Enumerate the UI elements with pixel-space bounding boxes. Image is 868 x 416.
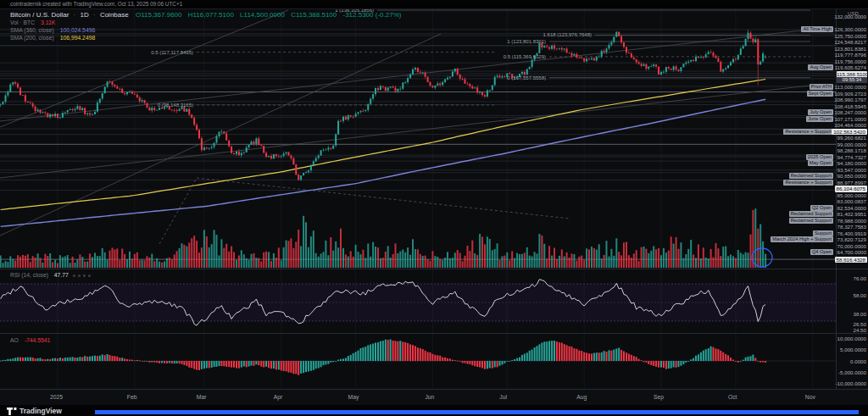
price-scale-label: 94,180.0000 xyxy=(837,160,866,166)
tradingview-logo-icon xyxy=(7,408,17,415)
exchange-label[interactable]: Coinbase xyxy=(100,11,129,19)
month-label: Jul xyxy=(499,394,507,400)
price-scale-label: 109,909.2723 xyxy=(834,91,866,97)
price-scale-label: 99,000.0000 xyxy=(837,141,866,147)
ao-scale-tick: -5,000.0000 xyxy=(838,369,866,375)
month-label: 2025 xyxy=(50,394,63,400)
price-scale-label: 88,977.8997 xyxy=(837,180,866,186)
ohlc-low: L114,500.0000 xyxy=(240,11,285,19)
rsi-value: 47.77 xyxy=(54,272,69,278)
price-scale-label: 98,288.1718 xyxy=(837,147,866,153)
ao-scale-tick: 5,000.0000 xyxy=(840,347,866,352)
ao-pane[interactable] xyxy=(0,334,836,389)
ao-scale-tick: 0.0000 xyxy=(850,358,866,364)
brand-text: TradingView xyxy=(19,407,62,415)
ao-legend-row[interactable]: AO -744.5541 xyxy=(10,337,50,344)
ao-value: -744.5541 xyxy=(25,337,51,343)
change-value: -312.5300 (-0.27%) xyxy=(342,11,401,19)
price-scale-label: 123,801.8381 xyxy=(834,46,866,52)
main-price-pane[interactable] xyxy=(0,8,836,269)
month-label: Apr xyxy=(274,394,283,400)
price-scale-label: 113,000.0000 xyxy=(835,84,866,90)
rsi-setting-dot-icon[interactable] xyxy=(73,275,75,277)
sma360-label: SMA (360, close) xyxy=(10,27,54,33)
price-scale-label: 126,300.0000 xyxy=(834,26,866,32)
price-scale-label: 99,260.6821 xyxy=(837,135,866,141)
price-scale-label: 119,605.6274 xyxy=(835,64,866,70)
price-scale-label: 108,247.0000 xyxy=(834,109,866,115)
price-scale-label: 78,988.0000 xyxy=(837,218,866,224)
month-label: Aug xyxy=(576,394,587,400)
sma200-legend-row[interactable]: SMA (200, close) 106,994.2498 xyxy=(10,35,401,42)
price-scale-label: 108,418.5945 xyxy=(834,103,866,109)
legend-separator: · xyxy=(93,11,96,19)
footer-bar: TradingView xyxy=(0,405,868,416)
pane-separator[interactable] xyxy=(0,333,868,334)
volume-legend-row[interactable]: Vol · BTC 3.11K xyxy=(10,19,401,26)
interval-label[interactable]: 1D xyxy=(81,11,89,19)
last-price-value: 115,388.5100 xyxy=(837,71,867,78)
volume-value: 3.11K xyxy=(41,19,55,25)
pane-separator xyxy=(0,8,868,9)
bar-close-countdown: 09:55:34 xyxy=(837,77,867,83)
chart-legend: Bitcoin / U.S. Dollar · 1D · Coinbase O1… xyxy=(10,11,401,42)
rsi-setting-dot-icon[interactable] xyxy=(78,275,81,277)
price-scale[interactable]: USD 132,000.0000126,300.0000125,750.0000… xyxy=(836,8,868,405)
price-scale-label: 124,548.8217 xyxy=(834,39,866,45)
legend-separator: · xyxy=(74,11,76,19)
symbol-title[interactable]: Bitcoin / U.S. Dollar xyxy=(10,11,69,19)
price-scale-label: 64,700.0000 xyxy=(837,249,866,255)
price-scale-label: 76,400.9919 xyxy=(837,230,866,236)
bottom-blue-bar xyxy=(95,410,859,414)
symbol-legend-row[interactable]: Bitcoin / U.S. Dollar · 1D · Coinbase O1… xyxy=(10,11,401,19)
price-scale-label: 93,547.0000 xyxy=(837,167,866,173)
time-axis[interactable]: 2025FebMarAprMayJunJulAugSepOctNov xyxy=(0,389,868,405)
rsi-pane[interactable] xyxy=(0,269,836,333)
price-scale-label: 90,650.0000 xyxy=(837,173,866,179)
month-label: May xyxy=(348,394,359,400)
price-scale-label: 81,402.9951 xyxy=(837,211,866,217)
ao-scale-tick: 10,000.0000 xyxy=(837,336,866,341)
sma360-legend-row[interactable]: SMA (360, close) 100,024.5496 xyxy=(10,27,401,34)
rsi-scale-tick: 58.00 xyxy=(854,292,866,298)
month-label: Jun xyxy=(425,394,434,400)
last-price-badge[interactable]: 115,388.510009:55:34 xyxy=(837,71,867,84)
price-scale-label: 86,104.6075 xyxy=(835,186,867,192)
price-scale-label: 58,616.4328 xyxy=(835,257,867,263)
rsi-setting-dot-icon[interactable] xyxy=(83,275,86,277)
price-scale-label: 78,327.7583 xyxy=(837,224,866,230)
tradingview-logo[interactable]: TradingView xyxy=(7,407,62,415)
pane-separator[interactable] xyxy=(0,269,868,269)
price-scale-label: 119,756.0000 xyxy=(835,58,866,64)
sma200-label: SMA (200, close) xyxy=(10,35,54,41)
ohlc-high: H116,077.5100 xyxy=(188,11,234,19)
month-label: Oct xyxy=(728,394,737,400)
month-label: Sep xyxy=(654,394,664,400)
ohlc-close: C115,388.5100 xyxy=(291,11,337,19)
ao-scale-tick: -10,000.0000 xyxy=(836,380,866,386)
rsi-scale-tick: 26.50 xyxy=(854,321,866,327)
sma200-value: 106,994.2498 xyxy=(60,35,96,41)
price-scale-label: 70,000.0000 xyxy=(837,243,866,249)
price-scale-label: 85,000.0000 xyxy=(837,192,866,198)
month-label: Feb xyxy=(127,394,137,400)
price-scale-label: 102,563.5420 xyxy=(832,129,867,136)
tradingview-chart-window: cointradernik created with TradingView.c… xyxy=(0,0,868,416)
rsi-scale-tick: 76.00 xyxy=(854,275,866,281)
price-scale-label: 108,990.1797 xyxy=(834,97,866,103)
rsi-label: RSI (14, close) xyxy=(10,272,48,278)
price-scale-label: 94,774.7327 xyxy=(837,154,866,160)
ohlc-open: O115,367.9600 xyxy=(136,11,182,19)
price-scale-label: 83,000.0837 xyxy=(837,198,866,204)
ao-label: AO xyxy=(10,337,19,343)
price-scale-label: 104,464.0000 xyxy=(834,122,866,128)
price-scale-label: 132,000.0000 xyxy=(834,14,866,19)
price-scale-label: 107,171.0000 xyxy=(834,116,866,122)
rsi-setting-dot-icon[interactable] xyxy=(88,275,91,277)
rsi-legend-row[interactable]: RSI (14, close) 47.77 xyxy=(10,272,91,279)
sma360-value: 100,024.5496 xyxy=(60,27,96,33)
month-label: Mar xyxy=(197,394,207,400)
rsi-scale-tick: 38.00 xyxy=(854,311,866,317)
price-scale-label: 82,534.0000 xyxy=(837,205,866,211)
price-scale-label: 125,750.0000 xyxy=(834,33,866,39)
